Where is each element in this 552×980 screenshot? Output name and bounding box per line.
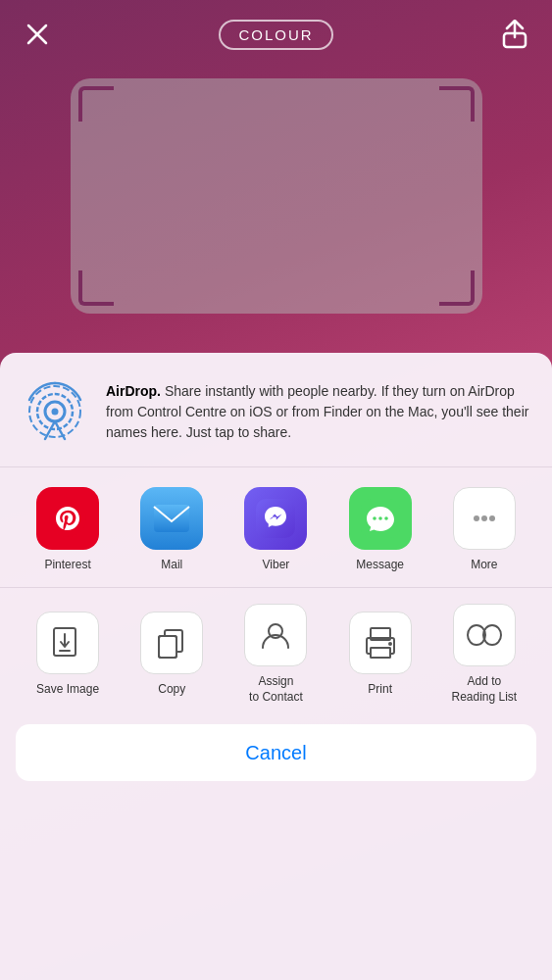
action-item-assign-contact: Assign to Contact [231, 604, 320, 705]
reading-list-icon[interactable] [453, 604, 516, 666]
airdrop-body: Share instantly with people nearby. If t… [106, 383, 528, 440]
svg-rect-27 [371, 648, 390, 658]
svg-point-18 [489, 515, 495, 521]
app-item-pinterest: Pinterest [28, 487, 107, 571]
svg-point-14 [378, 516, 382, 520]
svg-point-13 [373, 516, 376, 520]
svg-point-29 [388, 642, 392, 646]
svg-point-16 [474, 515, 479, 521]
share-sheet: AirDrop. Share instantly with people nea… [0, 353, 552, 980]
qr-area [71, 78, 482, 314]
copy-icon[interactable] [140, 612, 203, 674]
app-label-pinterest: Pinterest [44, 558, 90, 571]
action-item-print: Print [336, 612, 425, 698]
cancel-label: Cancel [245, 742, 306, 764]
action-label-assign-contact: Assign to Contact [249, 674, 303, 705]
app-item-message: Message [341, 487, 420, 571]
action-item-save-image: Save Image [24, 612, 112, 698]
svg-point-6 [52, 409, 59, 416]
assign-contact-icon[interactable] [244, 604, 307, 666]
print-icon[interactable] [349, 612, 412, 674]
app-label-message: Message [356, 558, 404, 571]
action-label-copy: Copy [158, 682, 185, 698]
action-label-print: Print [368, 682, 392, 698]
svg-rect-22 [159, 636, 176, 658]
corner-br [439, 270, 475, 306]
action-label-save-image: Save Image [36, 682, 99, 698]
message-icon[interactable] [349, 487, 412, 550]
airdrop-section: AirDrop. Share instantly with people nea… [0, 353, 552, 467]
corner-tl [78, 86, 114, 122]
corner-bl [78, 270, 114, 306]
svg-point-15 [384, 516, 388, 520]
app-item-mail: Mail [132, 487, 211, 571]
cancel-button[interactable]: Cancel [16, 724, 536, 781]
more-icon[interactable] [453, 487, 516, 550]
actions-row: Save Image Copy Assign to Contact [0, 588, 552, 712]
app-label-viber: Viber [263, 558, 290, 571]
action-item-reading-list: Add to Reading List [440, 604, 528, 705]
mail-icon[interactable] [140, 487, 203, 550]
share-button[interactable] [497, 17, 532, 52]
title: COLOUR [219, 20, 332, 50]
pinterest-icon[interactable] [36, 487, 99, 550]
airdrop-icon [20, 376, 90, 447]
top-bar: COLOUR [0, 0, 552, 69]
app-item-more: More [445, 487, 524, 571]
airdrop-description: AirDrop. Share instantly with people nea… [106, 381, 532, 443]
app-label-mail: Mail [161, 558, 182, 571]
corner-tr [439, 86, 475, 122]
viber-icon[interactable] [244, 487, 307, 550]
app-label-more: More [471, 558, 497, 571]
svg-rect-10 [154, 505, 189, 532]
svg-point-9 [49, 500, 86, 537]
app-item-viber: Viber [236, 487, 315, 571]
action-item-copy: Copy [127, 612, 216, 698]
apps-row: Pinterest Mail [0, 467, 552, 588]
airdrop-bold: AirDrop. [106, 383, 161, 399]
svg-point-17 [481, 515, 487, 521]
save-image-icon[interactable] [36, 612, 99, 674]
action-label-reading-list: Add to Reading List [451, 674, 517, 705]
close-button[interactable] [20, 17, 55, 52]
